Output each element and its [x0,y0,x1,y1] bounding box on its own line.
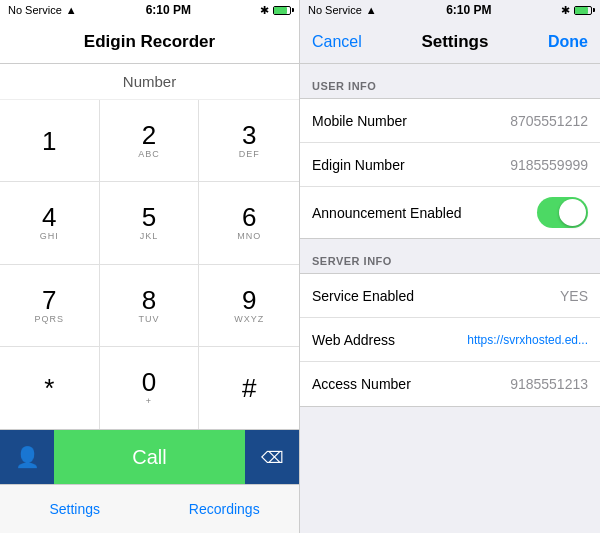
wifi-icon-right: ▲ [366,4,377,16]
announcement-toggle[interactable] [537,197,588,228]
digit-6: 6 [242,204,256,230]
dialpad: 12ABC3DEF4GHI5JKL6MNO7PQRS8TUV9WXYZ*0+# [0,100,299,430]
edigin-number-label: Edigin Number [312,157,510,173]
settings-nav: Cancel Settings Done [300,20,600,64]
wifi-icon-left: ▲ [66,4,77,16]
bluetooth-icon-left: ✱ [260,4,269,17]
tab-bar-left: Settings Recordings [0,484,299,533]
settings-title: Settings [421,32,488,52]
service-enabled-row: Service Enabled YES [300,274,600,318]
contact-button[interactable]: 👤 [0,430,54,484]
dial-key-#[interactable]: # [199,347,299,429]
digit-*: * [44,375,54,401]
digit-1: 1 [42,128,56,154]
call-button[interactable]: Call [54,430,245,484]
web-address-value: https://svrxhosted.ed... [467,333,588,347]
left-panel: No Service ▲ 6:10 PM ✱ Edigin Recorder N… [0,0,300,533]
server-info-header: SERVER INFO [300,239,600,273]
no-service-right: No Service [308,4,362,16]
time-left: 6:10 PM [146,3,191,17]
number-label: Number [123,73,176,90]
digit-#: # [242,375,256,401]
dial-key-2[interactable]: 2ABC [100,100,200,182]
digit-3: 3 [242,122,256,148]
bluetooth-icon-right: ✱ [561,4,570,17]
letters-7: PQRS [35,314,65,324]
tab-recordings-label: Recordings [189,501,260,517]
dial-key-9[interactable]: 9WXYZ [199,265,299,347]
status-left-right: No Service ▲ [308,4,377,16]
tab-settings[interactable]: Settings [0,485,150,533]
service-enabled-value: YES [560,288,588,304]
dial-key-0[interactable]: 0+ [100,347,200,429]
letters-3: DEF [239,149,260,159]
dial-key-5[interactable]: 5JKL [100,182,200,264]
letters-5: JKL [140,231,159,241]
cancel-button[interactable]: Cancel [312,33,362,51]
letters-9: WXYZ [234,314,264,324]
delete-button[interactable]: ⌫ [245,430,299,484]
call-label: Call [132,446,166,469]
tab-recordings[interactable]: Recordings [150,485,300,533]
dial-key-6[interactable]: 6MNO [199,182,299,264]
letters-4: GHI [40,231,59,241]
letters-2: ABC [138,149,160,159]
tab-settings-label: Settings [49,501,100,517]
digit-5: 5 [142,204,156,230]
digit-7: 7 [42,287,56,313]
user-info-group: Mobile Number 8705551212 Edigin Number 9… [300,98,600,239]
settings-content: USER INFO Mobile Number 8705551212 Edigi… [300,64,600,533]
status-left: No Service ▲ [8,4,77,16]
user-info-header: USER INFO [300,64,600,98]
access-number-label: Access Number [312,376,510,392]
status-bar-right: No Service ▲ 6:10 PM ✱ [300,0,600,20]
battery-icon-right [574,6,592,15]
edigin-number-row: Edigin Number 9185559999 [300,143,600,187]
status-right-left: ✱ [260,4,291,17]
digit-2: 2 [142,122,156,148]
done-button[interactable]: Done [548,33,588,51]
app-title: Edigin Recorder [84,32,215,52]
toggle-thumb [559,199,586,226]
announcement-enabled-row: Announcement Enabled [300,187,600,238]
dial-key-1[interactable]: 1 [0,100,100,182]
server-info-group: Service Enabled YES Web Address https://… [300,273,600,407]
dial-key-*[interactable]: * [0,347,100,429]
digit-8: 8 [142,287,156,313]
dial-key-7[interactable]: 7PQRS [0,265,100,347]
letters-8: TUV [138,314,159,324]
time-right: 6:10 PM [446,3,491,17]
number-label-row: Number [0,64,299,100]
app-title-bar: Edigin Recorder [0,20,299,64]
no-service-left: No Service [8,4,62,16]
digit-9: 9 [242,287,256,313]
edigin-number-value: 9185559999 [510,157,588,173]
access-number-row: Access Number 9185551213 [300,362,600,406]
battery-icon-left [273,6,291,15]
mobile-number-value: 8705551212 [510,113,588,129]
battery-fill-right [575,7,588,14]
delete-icon: ⌫ [261,448,284,467]
dial-key-8[interactable]: 8TUV [100,265,200,347]
battery-fill-left [274,7,287,14]
digit-0: 0 [142,369,156,395]
mobile-number-label: Mobile Number [312,113,510,129]
right-panel: No Service ▲ 6:10 PM ✱ Cancel Settings D… [300,0,600,533]
bottom-bar: 👤 Call ⌫ [0,430,299,484]
status-bar-left: No Service ▲ 6:10 PM ✱ [0,0,299,20]
access-number-value: 9185551213 [510,376,588,392]
dial-key-4[interactable]: 4GHI [0,182,100,264]
mobile-number-row: Mobile Number 8705551212 [300,99,600,143]
service-enabled-label: Service Enabled [312,288,560,304]
contact-icon: 👤 [15,445,40,469]
web-address-label: Web Address [312,332,467,348]
status-right-right: ✱ [561,4,592,17]
digit-4: 4 [42,204,56,230]
dial-key-3[interactable]: 3DEF [199,100,299,182]
letters-6: MNO [237,231,261,241]
web-address-row: Web Address https://svrxhosted.ed... [300,318,600,362]
letters-0: + [146,396,152,406]
announcement-enabled-label: Announcement Enabled [312,205,537,221]
